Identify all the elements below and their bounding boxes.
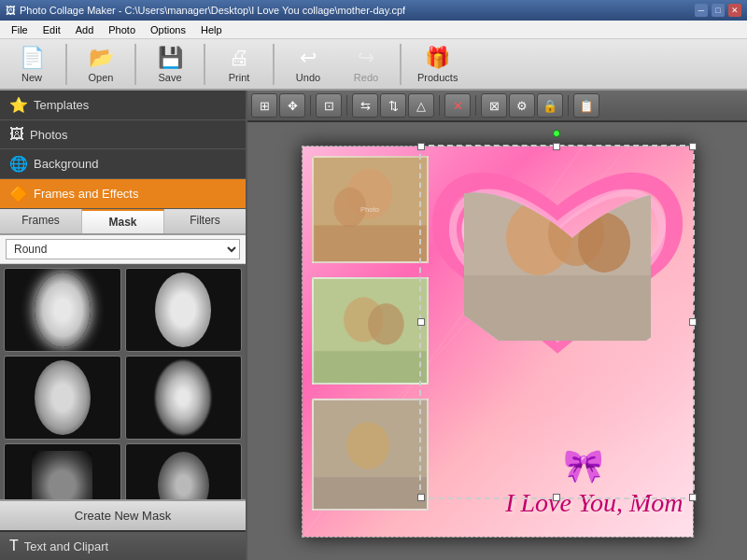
- collage-canvas: Photo: [302, 146, 694, 538]
- photo-3-svg: [314, 400, 427, 509]
- photo-1-svg: Photo: [314, 158, 427, 261]
- svg-point-19: [578, 213, 630, 273]
- ribbon-bow: 🎀: [563, 447, 604, 485]
- window-controls[interactable]: ─ □ ✕: [695, 4, 741, 17]
- ct-move[interactable]: ✥: [279, 93, 305, 118]
- canvas-area: ⊞ ✥ ⊡ ⇆ ⇅ △ ✕ ⊠ ⚙ 🔒 📋: [247, 91, 747, 560]
- products-button[interactable]: 🎁 Products: [407, 41, 468, 88]
- ct-group[interactable]: ⊡: [316, 93, 342, 118]
- menubar: File Edit Add Photo Options Help: [0, 21, 747, 39]
- photo-slot-1[interactable]: Photo: [312, 156, 429, 263]
- photo-slot-2[interactable]: [312, 277, 429, 385]
- ct-sep1: [310, 95, 311, 116]
- heart-frame-area: [422, 147, 693, 492]
- mask-preview-1: [35, 273, 91, 347]
- window-title: Photo Collage Maker - C:\Users\manager\D…: [20, 5, 405, 16]
- sub-tabs: Frames Mask Filters: [0, 209, 246, 235]
- menu-photo[interactable]: Photo: [101, 21, 143, 38]
- ct-delete[interactable]: ✕: [444, 93, 471, 118]
- ct-settings[interactable]: ⚙: [509, 93, 535, 118]
- mask-item-3[interactable]: [4, 356, 121, 440]
- text-clipart-nav[interactable]: T Text and Clipart: [0, 530, 246, 560]
- tab-filters[interactable]: Filters: [164, 209, 246, 233]
- frames-icon: 🔶: [9, 185, 28, 203]
- svg-rect-12: [314, 351, 427, 383]
- undo-button[interactable]: ↩ Undo: [280, 41, 336, 88]
- nav-background[interactable]: 🌐 Background: [0, 149, 246, 179]
- title-area: 🖼 Photo Collage Maker - C:\Users\manager…: [6, 5, 405, 16]
- mask-dropdown-container: Round Square Star Heart Custom: [0, 235, 246, 264]
- print-button[interactable]: 🖨 Print: [211, 41, 267, 88]
- titlebar: 🖼 Photo Collage Maker - C:\Users\manager…: [0, 0, 747, 21]
- mask-preview-6: [158, 452, 209, 499]
- undo-icon: ↩: [300, 46, 317, 70]
- ct-select-all[interactable]: ⊞: [251, 93, 277, 118]
- mask-item-5[interactable]: [4, 443, 121, 499]
- mask-item-2[interactable]: [125, 268, 243, 352]
- sep3: [204, 44, 205, 85]
- nav-templates[interactable]: ⭐ Templates: [0, 91, 246, 120]
- mask-preview-4: [155, 360, 211, 435]
- app-icon: 🖼: [6, 5, 16, 16]
- toolbar: 📄 New 📂 Open 💾 Save 🖨 Print ↩ Undo ↪ Red…: [0, 39, 747, 91]
- ct-sep5: [568, 95, 569, 116]
- open-icon: 📂: [89, 46, 114, 70]
- photo-slot-3[interactable]: [312, 399, 429, 511]
- ct-lock[interactable]: 🔒: [537, 93, 563, 118]
- ct-sep4: [475, 95, 476, 116]
- mask-item-1[interactable]: [4, 268, 121, 352]
- new-button[interactable]: 📄 New: [4, 41, 60, 88]
- menu-help[interactable]: Help: [193, 21, 230, 38]
- sep2: [134, 44, 136, 85]
- svg-text:Photo: Photo: [359, 204, 378, 213]
- mask-type-select[interactable]: Round Square Star Heart Custom: [6, 239, 240, 259]
- sep4: [273, 44, 275, 85]
- left-panel: ⭐ Templates 🖼 Photos 🌐 Background 🔶 Fram…: [0, 91, 247, 560]
- text-clipart-icon: T: [9, 538, 19, 554]
- templates-icon: ⭐: [9, 96, 28, 114]
- heart-frame-svg: [422, 147, 693, 492]
- text-clipart-label: Text and Clipart: [24, 539, 108, 553]
- minimize-button[interactable]: ─: [695, 4, 708, 17]
- save-button[interactable]: 💾 Save: [142, 41, 198, 88]
- svg-point-11: [368, 303, 404, 344]
- ct-properties[interactable]: 📋: [573, 93, 599, 118]
- canvas-main[interactable]: Photo: [247, 122, 747, 560]
- mask-item-6[interactable]: [125, 443, 243, 499]
- mask-preview-2: [155, 273, 211, 347]
- main-area: ⭐ Templates 🖼 Photos 🌐 Background 🔶 Fram…: [0, 91, 747, 560]
- menu-edit[interactable]: Edit: [35, 21, 68, 38]
- create-new-mask-button[interactable]: Create New Mask: [0, 499, 246, 530]
- photo-2-svg: [314, 279, 427, 383]
- menu-options[interactable]: Options: [143, 21, 193, 38]
- maximize-button[interactable]: □: [712, 4, 725, 17]
- ct-flip-v[interactable]: ⇅: [380, 93, 406, 118]
- love-text: I Love You, Mom: [505, 488, 683, 518]
- open-button[interactable]: 📂 Open: [73, 41, 129, 88]
- svg-rect-15: [314, 477, 427, 509]
- mask-grid: [0, 264, 246, 499]
- ct-crop[interactable]: ⊠: [481, 93, 507, 118]
- new-icon: 📄: [20, 46, 45, 70]
- ct-flip-h[interactable]: ⇆: [352, 93, 378, 118]
- ct-sep2: [346, 95, 347, 116]
- menu-add[interactable]: Add: [68, 21, 102, 38]
- ct-rotate-triangle[interactable]: △: [408, 93, 434, 118]
- nav-photos[interactable]: 🖼 Photos: [0, 120, 246, 149]
- mask-preview-5: [32, 451, 92, 500]
- close-button[interactable]: ✕: [728, 4, 741, 17]
- menu-file[interactable]: File: [4, 21, 35, 38]
- nav-frames[interactable]: 🔶 Frames and Effects: [0, 179, 246, 209]
- redo-button[interactable]: ↪ Redo: [338, 41, 394, 88]
- photos-icon: 🖼: [9, 126, 24, 143]
- save-icon: 💾: [158, 46, 183, 70]
- sep1: [65, 44, 67, 85]
- mask-item-4[interactable]: [125, 356, 243, 440]
- mask-preview-3: [35, 360, 91, 435]
- redo-icon: ↪: [358, 46, 374, 70]
- products-icon: 🎁: [425, 46, 450, 70]
- tab-mask[interactable]: Mask: [82, 209, 164, 233]
- tab-frames[interactable]: Frames: [0, 209, 82, 233]
- background-icon: 🌐: [9, 155, 28, 173]
- handle-rotate[interactable]: [553, 130, 560, 137]
